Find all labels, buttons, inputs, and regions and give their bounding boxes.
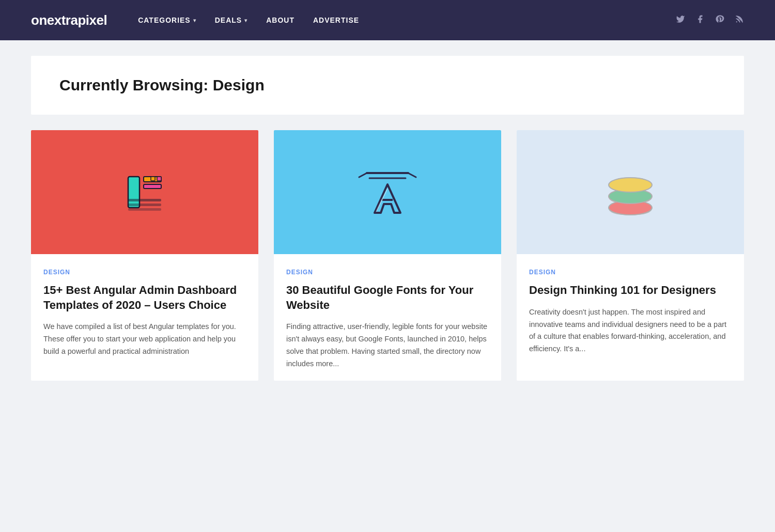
svg-line-13 xyxy=(408,173,416,177)
card-3-body: DESIGN Design Thinking 101 for Designers… xyxy=(517,254,744,366)
site-logo[interactable]: onextrapixel xyxy=(31,12,107,28)
card-3-image xyxy=(517,130,744,254)
svg-rect-5 xyxy=(128,199,161,201)
svg-line-12 xyxy=(359,173,367,177)
svg-rect-2 xyxy=(128,177,140,208)
svg-rect-7 xyxy=(128,208,161,211)
social-links xyxy=(676,14,744,26)
nav-item-deals[interactable]: DEALS ▾ xyxy=(215,16,247,24)
card-1-body: DESIGN 15+ Best Angular Admin Dashboard … xyxy=(31,254,258,368)
pinterest-icon[interactable] xyxy=(715,14,724,26)
svg-rect-6 xyxy=(128,204,161,206)
chevron-down-icon: ▾ xyxy=(244,18,247,23)
card-2-body: DESIGN 30 Beautiful Google Fonts for You… xyxy=(274,254,501,381)
card-3-category: DESIGN xyxy=(529,269,732,276)
hero-banner: Currently Browsing: Design xyxy=(31,56,744,115)
nav-item-about[interactable]: ABOUT xyxy=(266,16,295,24)
card-1-title: 15+ Best Angular Admin Dashboard Templat… xyxy=(43,283,246,312)
card-1-category: DESIGN xyxy=(43,269,246,276)
card-3[interactable]: DESIGN Design Thinking 101 for Designers… xyxy=(517,130,744,381)
card-2-title: 30 Beautiful Google Fonts for Your Websi… xyxy=(286,283,489,312)
nav-item-advertise[interactable]: ADVERTISE xyxy=(313,16,359,24)
svg-point-20 xyxy=(609,178,652,192)
page-title: Currently Browsing: Design xyxy=(59,76,716,94)
nav-menu: CATEGORIES ▾ DEALS ▾ ABOUT ADVERTISE xyxy=(138,16,676,24)
card-1-image xyxy=(31,130,258,254)
card-2-excerpt: Finding attractive, user-friendly, legib… xyxy=(286,321,489,370)
navbar: onextrapixel CATEGORIES ▾ DEALS ▾ ABOUT … xyxy=(0,0,775,40)
twitter-icon[interactable] xyxy=(676,14,685,26)
card-2[interactable]: DESIGN 30 Beautiful Google Fonts for You… xyxy=(274,130,501,381)
svg-point-1 xyxy=(736,21,737,22)
card-3-excerpt: Creativity doesn't just happen. The most… xyxy=(529,306,732,356)
chevron-down-icon: ▾ xyxy=(193,18,196,23)
svg-rect-9 xyxy=(157,177,161,181)
card-3-title: Design Thinking 101 for Designers xyxy=(529,283,732,298)
card-1-excerpt: We have compiled a list of best Angular … xyxy=(43,321,246,358)
card-1[interactable]: DESIGN 15+ Best Angular Admin Dashboard … xyxy=(31,130,258,381)
rss-icon[interactable] xyxy=(735,14,744,26)
card-2-category: DESIGN xyxy=(286,269,489,276)
svg-rect-4 xyxy=(144,184,161,189)
svg-rect-8 xyxy=(151,177,155,181)
card-2-image xyxy=(274,130,501,254)
facebook-icon[interactable] xyxy=(695,14,705,26)
card-grid: DESIGN 15+ Best Angular Admin Dashboard … xyxy=(31,130,744,391)
nav-item-categories[interactable]: CATEGORIES ▾ xyxy=(138,16,196,24)
